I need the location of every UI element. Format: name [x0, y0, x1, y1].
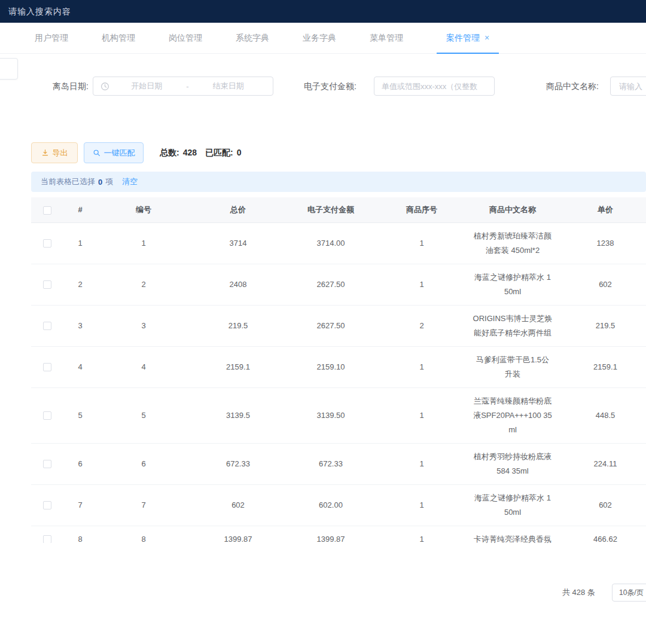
- toolbar: 导出 一键匹配 总数:428已匹配:0: [0, 142, 646, 164]
- select-all-checkbox[interactable]: [43, 206, 51, 215]
- selection-prefix: 当前表格已选择: [41, 176, 95, 187]
- cell-epay-amount: 602.00: [286, 484, 376, 526]
- row-checkbox[interactable]: [43, 322, 51, 330]
- tab-case-mgmt[interactable]: 案件管理×: [437, 23, 499, 54]
- column-header-total-price: 总价: [190, 197, 286, 222]
- cell-unit-price: 224.11: [557, 443, 646, 484]
- row-checkbox[interactable]: [43, 501, 51, 509]
- cell-unit-price: 1238: [557, 222, 646, 264]
- row-checkbox[interactable]: [43, 535, 51, 543]
- column-header-epay-amount: 电子支付金额: [286, 197, 376, 222]
- table-row: 1137143714.001植村秀新琥珀臻萃洁颜油套装 450ml*21238: [31, 222, 646, 264]
- tab-business-dict[interactable]: 业务字典: [303, 23, 336, 54]
- cell-product-name: ORIGINS韦博士灵芝焕能好底子精华水两件组: [468, 305, 557, 346]
- table-row: 77602602.001海蓝之谜修护精萃水 150ml602: [31, 484, 646, 526]
- matched-label: 已匹配:: [205, 148, 233, 157]
- tab-menu-mgmt[interactable]: 菜单管理: [370, 23, 403, 54]
- tab-label: 系统字典: [236, 33, 269, 42]
- cell-index: 8: [63, 526, 97, 543]
- total-label: 总数:: [160, 148, 179, 157]
- match-stats: 总数:428已匹配:0: [160, 142, 245, 163]
- row-select-cell: [31, 484, 63, 526]
- cell-serial: 6: [97, 443, 190, 484]
- tab-post-mgmt[interactable]: 岗位管理: [169, 23, 202, 54]
- page-size-value: 10条/页: [619, 588, 644, 597]
- cell-total-price: 219.5: [190, 305, 286, 346]
- cell-index: 4: [63, 346, 97, 387]
- cell-product-name: 兰蔻菁纯臻颜精华粉底液SPF20PA+++100 35ml: [468, 387, 557, 443]
- tab-label: 菜单管理: [370, 33, 403, 42]
- column-header-serial: 编号: [97, 197, 190, 222]
- row-select-cell: [31, 305, 63, 346]
- cell-unit-price: 448.5: [557, 387, 646, 443]
- tab-label: 案件管理: [446, 33, 480, 42]
- row-checkbox[interactable]: [43, 460, 51, 468]
- table-row: 881399.871399.871卡诗菁纯亮泽经典香氛466.62: [31, 526, 646, 543]
- matched-value: 0: [237, 148, 242, 157]
- depart-date-range-input[interactable]: 开始日期 - 结束日期: [93, 77, 273, 96]
- product-name-input[interactable]: [610, 77, 646, 96]
- tab-label: 业务字典: [303, 33, 336, 42]
- pagination-bar: 共 428 条 10条/页: [0, 583, 646, 602]
- cell-total-price: 3714: [190, 222, 286, 264]
- search-icon: [93, 149, 100, 157]
- row-checkbox[interactable]: [43, 363, 51, 371]
- cell-epay-amount: 2159.10: [286, 346, 376, 387]
- cell-total-price: 3139.5: [190, 387, 286, 443]
- cell-index: 1: [63, 222, 97, 264]
- table-row: 553139.53139.501兰蔻菁纯臻颜精华粉底液SPF20PA+++100…: [31, 387, 646, 443]
- epay-amount-label: 电子支付金额:: [304, 76, 356, 96]
- global-search-input[interactable]: 请输入搜索内容: [8, 0, 71, 23]
- column-header-index: #: [63, 197, 97, 222]
- clear-selection-link[interactable]: 清空: [122, 176, 138, 187]
- selection-bar: 当前表格已选择 0 项 清空: [31, 172, 646, 192]
- tab-user-mgmt[interactable]: 用户管理: [35, 23, 68, 54]
- cell-total-price: 1399.87: [190, 526, 286, 543]
- cell-serial: 1: [97, 222, 190, 264]
- export-button[interactable]: 导出: [31, 142, 78, 163]
- cell-epay-amount: 1399.87: [286, 526, 376, 543]
- clock-icon: [100, 82, 109, 91]
- cell-total-price: 602: [190, 484, 286, 526]
- selection-suffix: 项: [105, 176, 113, 187]
- export-button-label: 导出: [53, 148, 68, 158]
- cell-total-price: 2408: [190, 264, 286, 305]
- cell-item-no: 1: [376, 222, 468, 264]
- cell-item-no: 1: [376, 484, 468, 526]
- download-icon: [41, 149, 49, 157]
- table-row: 66672.33672.331植村秀羽纱持妆粉底液 584 35ml224.11: [31, 443, 646, 484]
- cell-product-name: 植村秀新琥珀臻萃洁颜油套装 450ml*2: [468, 222, 557, 264]
- data-table-container: #编号总价电子支付金额商品序号商品中文名称单价 1137143714.001植村…: [31, 197, 646, 543]
- row-checkbox[interactable]: [43, 280, 51, 289]
- cell-item-no: 1: [376, 387, 468, 443]
- end-date-placeholder[interactable]: 结束日期: [191, 81, 266, 91]
- cell-serial: 2: [97, 264, 190, 305]
- tab-close-icon[interactable]: ×: [484, 33, 489, 42]
- page-size-select[interactable]: 10条/页: [612, 584, 646, 602]
- cell-epay-amount: 2627.50: [286, 264, 376, 305]
- cell-epay-amount: 2627.50: [286, 305, 376, 346]
- product-name-label: 商品中文名称:: [546, 76, 599, 96]
- cell-serial: 5: [97, 387, 190, 443]
- cell-serial: 3: [97, 305, 190, 346]
- total-count-text: 共 428 条: [562, 583, 595, 602]
- row-select-cell: [31, 443, 63, 484]
- cell-epay-amount: 3139.50: [286, 387, 376, 443]
- total-value: 428: [183, 148, 197, 157]
- table-row: 33219.52627.502ORIGINS韦博士灵芝焕能好底子精华水两件组21…: [31, 305, 646, 346]
- cell-unit-price: 466.62: [557, 526, 646, 543]
- cell-product-name: 马爹利蓝带干邑1.5公升装: [468, 346, 557, 387]
- row-select-cell: [31, 346, 63, 387]
- cell-product-name: 植村秀羽纱持妆粉底液 584 35ml: [468, 443, 557, 484]
- tab-system-dict[interactable]: 系统字典: [236, 23, 269, 54]
- match-button-label: 一键匹配: [104, 148, 135, 158]
- row-checkbox[interactable]: [43, 239, 51, 248]
- cell-product-name: 海蓝之谜修护精萃水 150ml: [468, 484, 557, 526]
- row-checkbox[interactable]: [43, 411, 51, 420]
- cell-epay-amount: 3714.00: [286, 222, 376, 264]
- epay-amount-input[interactable]: [374, 77, 495, 96]
- one-click-match-button[interactable]: 一键匹配: [84, 142, 144, 163]
- select-all-header-cell: [31, 197, 63, 222]
- start-date-placeholder[interactable]: 开始日期: [109, 81, 184, 91]
- tab-org-mgmt[interactable]: 机构管理: [102, 23, 135, 54]
